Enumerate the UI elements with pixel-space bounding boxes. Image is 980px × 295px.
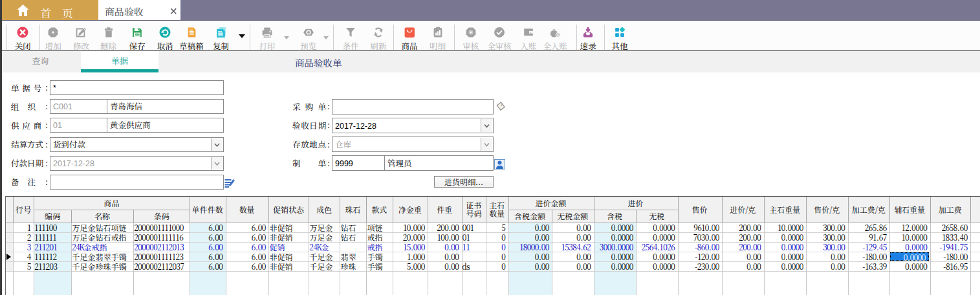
svg-text:$: $ <box>557 32 559 38</box>
